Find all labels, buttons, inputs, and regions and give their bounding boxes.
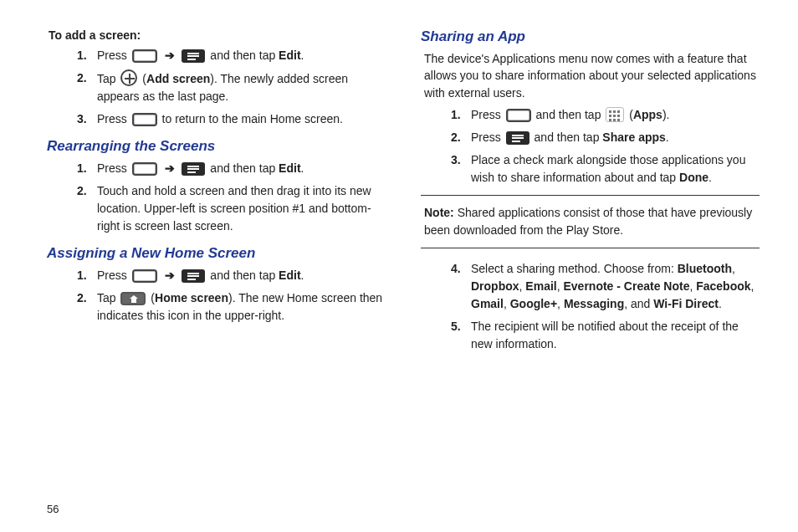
list-item: Press ➔ and then tap Edit. <box>77 267 386 284</box>
home-key-icon <box>132 113 157 126</box>
list-item: Touch and hold a screen and then drag it… <box>77 182 386 235</box>
share-method: Email <box>525 279 556 293</box>
menu-key-icon <box>182 162 205 176</box>
list-item: The recipient will be notified about the… <box>451 318 760 353</box>
arrow-icon: ➔ <box>165 49 175 62</box>
list-item: Place a check mark alongside those appli… <box>451 151 760 187</box>
list-item: Press and then tap (Apps). <box>451 106 760 124</box>
left-column: To add a screen: Press ➔ and then tap Ed… <box>47 28 386 496</box>
share-method: Gmail <box>471 297 504 310</box>
assigning-steps: Press ➔ and then tap Edit. Tap (Home scr… <box>52 267 386 325</box>
assigning-title: Assigning a New Home Screen <box>47 245 386 262</box>
share-method: Facebook <box>696 279 750 293</box>
right-column: Sharing an App The device's Applications… <box>421 28 760 496</box>
menu-key-icon <box>182 269 205 283</box>
menu-key-icon <box>506 131 529 145</box>
share-method: Bluetooth <box>678 262 732 275</box>
apps-grid-icon <box>606 107 624 122</box>
list-item: Press and then tap Share apps. <box>451 129 760 146</box>
arrow-icon: ➔ <box>165 161 175 175</box>
add-screen-steps: Press ➔ and then tap Edit. Tap (Add scre… <box>52 47 386 128</box>
menu-key-icon <box>182 49 205 63</box>
note-block: Note: Shared applications consist of tho… <box>421 195 760 248</box>
share-method: Dropbox <box>471 279 519 293</box>
page-number: 56 <box>47 496 760 515</box>
list-item: Press to return to the main Home screen. <box>77 110 386 128</box>
arrow-icon: ➔ <box>165 269 175 282</box>
add-circle-icon <box>120 69 137 86</box>
list-item: Tap (Home screen). The new Home screen t… <box>77 289 386 325</box>
sharing-intro: The device's Applications menu now comes… <box>424 50 760 101</box>
sharing-steps-4-5: Select a sharing method. Choose from: Bl… <box>426 260 760 353</box>
sharing-title: Sharing an App <box>421 28 760 45</box>
list-item: Press ➔ and then tap Edit. <box>77 160 386 177</box>
note-text: Shared applications consist of those tha… <box>424 206 752 237</box>
list-item: Tap (Add screen). The newly added screen… <box>77 69 386 105</box>
share-method: Google+ <box>510 297 557 310</box>
list-item: Select a sharing method. Choose from: Bl… <box>451 260 760 313</box>
rearranging-title: Rearranging the Screens <box>47 138 386 155</box>
home-key-icon <box>132 269 157 283</box>
home-screen-icon <box>120 292 146 305</box>
share-method: Evernote - Create Note <box>563 279 689 293</box>
list-item: Press ➔ and then tap Edit. <box>77 47 386 64</box>
share-method: Messaging <box>564 297 624 310</box>
add-screen-title: To add a screen: <box>49 28 386 42</box>
home-key-icon <box>506 109 531 122</box>
rearranging-steps: Press ➔ and then tap Edit. Touch and hol… <box>52 160 386 235</box>
sharing-steps-1-3: Press and then tap (Apps). Press and the… <box>426 106 760 187</box>
home-key-icon <box>132 162 157 176</box>
columns: To add a screen: Press ➔ and then tap Ed… <box>47 28 760 496</box>
home-key-icon <box>132 49 157 63</box>
note-label: Note: <box>424 206 454 219</box>
